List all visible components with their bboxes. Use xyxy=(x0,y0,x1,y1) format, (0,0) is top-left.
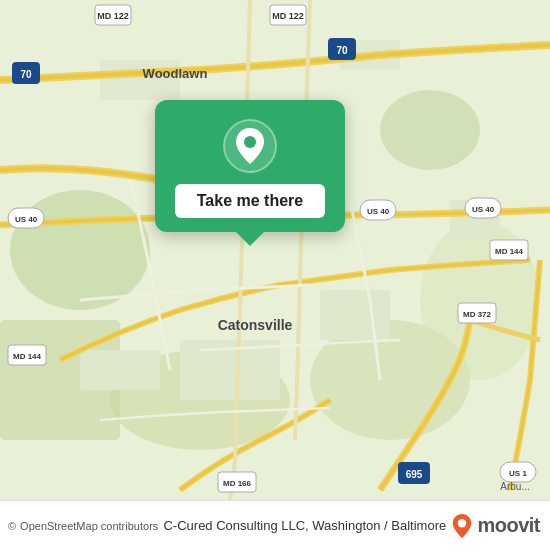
footer-left: © OpenStreetMap contributors xyxy=(8,520,158,532)
svg-text:US 40: US 40 xyxy=(15,215,38,224)
svg-text:70: 70 xyxy=(20,69,32,80)
svg-text:Catonsville: Catonsville xyxy=(218,317,293,333)
location-pin-icon xyxy=(222,118,278,174)
svg-rect-10 xyxy=(320,290,390,340)
svg-text:MD 372: MD 372 xyxy=(463,310,492,319)
moovit-pin-icon xyxy=(451,513,473,539)
osm-attribution: OpenStreetMap contributors xyxy=(20,520,158,532)
copyright-symbol: © xyxy=(8,520,16,532)
svg-text:US 40: US 40 xyxy=(472,205,495,214)
svg-point-2 xyxy=(380,90,480,170)
business-name: C-Cured Consulting LLC, xyxy=(163,518,308,533)
business-location-text: Washington / Baltimore xyxy=(312,518,446,533)
moovit-logo: moovit xyxy=(451,513,540,539)
footer-business-info: C-Cured Consulting LLC, Washington / Bal… xyxy=(158,518,451,533)
svg-text:Arbu...: Arbu... xyxy=(500,481,529,492)
moovit-label: moovit xyxy=(477,514,540,537)
svg-text:Woodlawn: Woodlawn xyxy=(143,66,208,81)
svg-text:MD 144: MD 144 xyxy=(495,247,524,256)
map-container: 70 70 MD 122 MD 122 US 40 US 40 US 40 MD… xyxy=(0,0,550,500)
take-me-there-button[interactable]: Take me there xyxy=(175,184,325,218)
svg-text:MD 122: MD 122 xyxy=(272,11,304,21)
popup-card: Take me there xyxy=(155,100,345,232)
svg-text:US 1: US 1 xyxy=(509,469,527,478)
svg-point-43 xyxy=(244,136,256,148)
svg-text:MD 166: MD 166 xyxy=(223,479,252,488)
footer-bar: © OpenStreetMap contributors C-Cured Con… xyxy=(0,500,550,550)
svg-rect-12 xyxy=(80,350,160,390)
map-background: 70 70 MD 122 MD 122 US 40 US 40 US 40 MD… xyxy=(0,0,550,500)
svg-text:695: 695 xyxy=(406,469,423,480)
svg-text:MD 144: MD 144 xyxy=(13,352,42,361)
svg-text:70: 70 xyxy=(336,45,348,56)
svg-text:MD 122: MD 122 xyxy=(97,11,129,21)
svg-point-44 xyxy=(458,519,466,527)
svg-text:US 40: US 40 xyxy=(367,207,390,216)
